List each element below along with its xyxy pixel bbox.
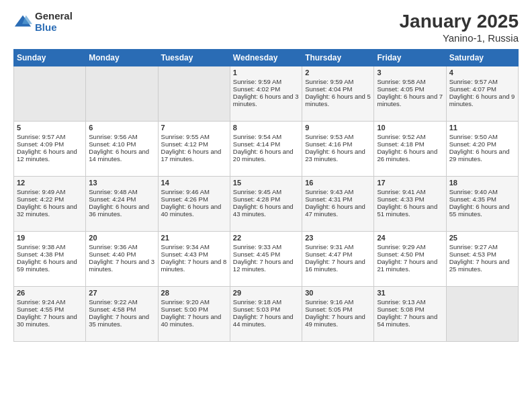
day-number: 25 bbox=[449, 234, 515, 242]
logo: General Blue bbox=[13, 11, 73, 33]
daylight-text: Daylight: 6 hours and 59 minutes. bbox=[17, 258, 77, 273]
table-row: 7Sunrise: 9:55 AMSunset: 4:12 PMDaylight… bbox=[158, 122, 230, 177]
table-row: 24Sunrise: 9:29 AMSunset: 4:50 PMDayligh… bbox=[374, 232, 446, 287]
day-number: 22 bbox=[233, 234, 299, 242]
sunrise-text: Sunrise: 9:57 AM bbox=[449, 78, 498, 85]
daylight-text: Daylight: 6 hours and 3 minutes. bbox=[233, 93, 299, 107]
daylight-text: Daylight: 7 hours and 8 minutes. bbox=[161, 258, 227, 273]
day-number: 8 bbox=[233, 124, 299, 132]
table-row: 15Sunrise: 9:45 AMSunset: 4:28 PMDayligh… bbox=[230, 177, 302, 232]
daylight-text: Daylight: 7 hours and 25 minutes. bbox=[449, 258, 510, 273]
sunset-text: Sunset: 4:22 PM bbox=[17, 195, 64, 203]
day-number: 15 bbox=[233, 179, 299, 187]
day-number: 10 bbox=[377, 124, 443, 132]
sunrise-text: Sunrise: 9:16 AM bbox=[305, 298, 353, 306]
sunrise-text: Sunrise: 9:52 AM bbox=[377, 133, 425, 140]
day-number: 3 bbox=[377, 68, 443, 77]
day-number: 29 bbox=[233, 289, 299, 297]
day-number: 5 bbox=[17, 124, 83, 132]
table-row bbox=[14, 66, 86, 122]
sunset-text: Sunset: 4:28 PM bbox=[233, 195, 280, 203]
daylight-text: Daylight: 7 hours and 54 minutes. bbox=[377, 313, 437, 328]
title-block: January 2025 Yanino-1, Russia bbox=[400, 11, 519, 44]
table-row: 21Sunrise: 9:34 AMSunset: 4:43 PMDayligh… bbox=[158, 232, 230, 287]
col-thursday: Thursday bbox=[302, 50, 374, 66]
daylight-text: Daylight: 6 hours and 7 minutes. bbox=[377, 93, 443, 107]
day-number: 28 bbox=[161, 289, 227, 297]
day-number: 23 bbox=[305, 234, 371, 242]
table-row: 4Sunrise: 9:57 AMSunset: 4:07 PMDaylight… bbox=[446, 66, 518, 122]
day-number: 24 bbox=[377, 234, 443, 242]
sunset-text: Sunset: 4:16 PM bbox=[305, 140, 352, 148]
col-friday: Friday bbox=[374, 50, 446, 66]
table-row bbox=[158, 66, 230, 122]
table-row: 25Sunrise: 9:27 AMSunset: 4:53 PMDayligh… bbox=[446, 232, 518, 287]
daylight-text: Daylight: 6 hours and 26 minutes. bbox=[377, 148, 437, 163]
logo-icon bbox=[13, 13, 32, 32]
sunrise-text: Sunrise: 9:46 AM bbox=[161, 188, 210, 195]
sunrise-text: Sunrise: 9:27 AM bbox=[449, 243, 498, 250]
sunset-text: Sunset: 4:53 PM bbox=[449, 250, 496, 258]
sunset-text: Sunset: 4:40 PM bbox=[89, 250, 136, 258]
day-number: 30 bbox=[305, 289, 371, 297]
daylight-text: Daylight: 7 hours and 12 minutes. bbox=[233, 258, 294, 273]
day-number: 12 bbox=[17, 179, 83, 187]
day-number: 19 bbox=[17, 234, 83, 242]
table-row: 17Sunrise: 9:41 AMSunset: 4:33 PMDayligh… bbox=[374, 177, 446, 232]
table-row: 16Sunrise: 9:43 AMSunset: 4:31 PMDayligh… bbox=[302, 177, 374, 232]
daylight-text: Daylight: 6 hours and 40 minutes. bbox=[161, 203, 222, 218]
sunrise-text: Sunrise: 9:36 AM bbox=[89, 243, 137, 250]
daylight-text: Daylight: 7 hours and 40 minutes. bbox=[161, 313, 222, 328]
sunset-text: Sunset: 4:26 PM bbox=[161, 195, 208, 203]
daylight-text: Daylight: 6 hours and 17 minutes. bbox=[161, 148, 222, 163]
sunset-text: Sunset: 4:58 PM bbox=[89, 306, 136, 313]
sunrise-text: Sunrise: 9:59 AM bbox=[233, 78, 281, 85]
day-number: 26 bbox=[17, 289, 83, 297]
sunset-text: Sunset: 4:12 PM bbox=[161, 140, 208, 148]
daylight-text: Daylight: 7 hours and 3 minutes. bbox=[89, 258, 154, 273]
table-row: 1Sunrise: 9:59 AMSunset: 4:02 PMDaylight… bbox=[230, 66, 302, 122]
week-row-4: 19Sunrise: 9:38 AMSunset: 4:38 PMDayligh… bbox=[14, 232, 519, 287]
sunrise-text: Sunrise: 9:41 AM bbox=[377, 188, 425, 195]
week-row-5: 26Sunrise: 9:24 AMSunset: 4:55 PMDayligh… bbox=[14, 287, 519, 342]
week-row-3: 12Sunrise: 9:49 AMSunset: 4:22 PMDayligh… bbox=[14, 177, 519, 232]
sunset-text: Sunset: 4:55 PM bbox=[17, 306, 64, 313]
table-row: 6Sunrise: 9:56 AMSunset: 4:10 PMDaylight… bbox=[86, 122, 158, 177]
day-number: 17 bbox=[377, 179, 443, 187]
sunset-text: Sunset: 4:47 PM bbox=[305, 250, 352, 258]
sunset-text: Sunset: 4:38 PM bbox=[17, 250, 64, 258]
sunset-text: Sunset: 4:33 PM bbox=[377, 195, 424, 203]
daylight-text: Daylight: 6 hours and 20 minutes. bbox=[233, 148, 294, 163]
col-saturday: Saturday bbox=[446, 50, 518, 66]
sunset-text: Sunset: 4:07 PM bbox=[449, 85, 496, 93]
sunset-text: Sunset: 4:02 PM bbox=[233, 85, 280, 93]
daylight-text: Daylight: 7 hours and 16 minutes. bbox=[305, 258, 365, 273]
sunrise-text: Sunrise: 9:43 AM bbox=[305, 188, 353, 195]
page-title: January 2025 bbox=[400, 11, 519, 32]
day-number: 11 bbox=[449, 124, 515, 132]
day-number: 9 bbox=[305, 124, 371, 132]
sunrise-text: Sunrise: 9:58 AM bbox=[377, 78, 425, 85]
sunrise-text: Sunrise: 9:55 AM bbox=[161, 133, 210, 140]
sunset-text: Sunset: 4:14 PM bbox=[233, 140, 280, 148]
table-row: 14Sunrise: 9:46 AMSunset: 4:26 PMDayligh… bbox=[158, 177, 230, 232]
daylight-text: Daylight: 6 hours and 55 minutes. bbox=[449, 203, 510, 218]
table-row bbox=[446, 287, 518, 342]
table-row: 13Sunrise: 9:48 AMSunset: 4:24 PMDayligh… bbox=[86, 177, 158, 232]
header: General Blue January 2025 Yanino-1, Russ… bbox=[13, 11, 519, 44]
table-row: 22Sunrise: 9:33 AMSunset: 4:45 PMDayligh… bbox=[230, 232, 302, 287]
table-row: 5Sunrise: 9:57 AMSunset: 4:09 PMDaylight… bbox=[14, 122, 86, 177]
daylight-text: Daylight: 6 hours and 5 minutes. bbox=[305, 93, 371, 107]
table-row: 11Sunrise: 9:50 AMSunset: 4:20 PMDayligh… bbox=[446, 122, 518, 177]
sunrise-text: Sunrise: 9:22 AM bbox=[89, 298, 137, 306]
sunrise-text: Sunrise: 9:59 AM bbox=[305, 78, 353, 85]
table-row: 29Sunrise: 9:18 AMSunset: 5:03 PMDayligh… bbox=[230, 287, 302, 342]
day-number: 18 bbox=[449, 179, 515, 187]
daylight-text: Daylight: 6 hours and 9 minutes. bbox=[449, 93, 515, 107]
sunrise-text: Sunrise: 9:53 AM bbox=[305, 133, 353, 140]
daylight-text: Daylight: 7 hours and 21 minutes. bbox=[377, 258, 437, 273]
table-row: 20Sunrise: 9:36 AMSunset: 4:40 PMDayligh… bbox=[86, 232, 158, 287]
sunrise-text: Sunrise: 9:24 AM bbox=[17, 298, 65, 306]
sunset-text: Sunset: 4:35 PM bbox=[449, 195, 496, 203]
sunrise-text: Sunrise: 9:56 AM bbox=[89, 133, 137, 140]
